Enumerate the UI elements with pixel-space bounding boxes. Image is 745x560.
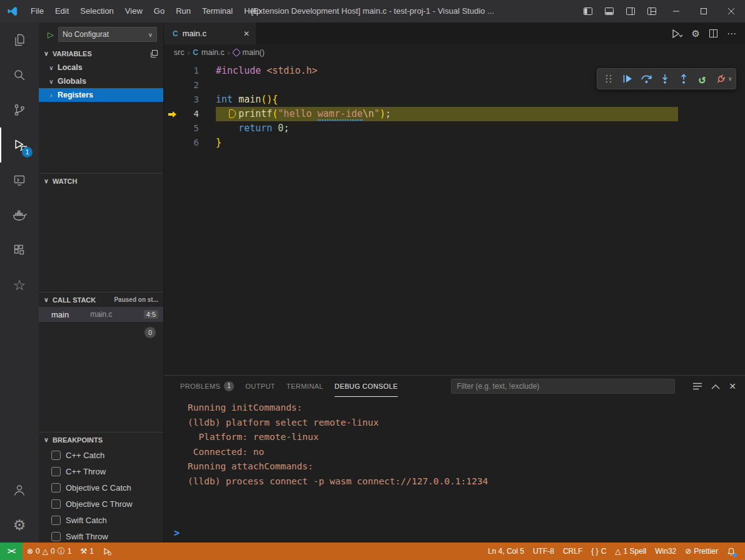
step-into-icon[interactable] bbox=[656, 70, 674, 88]
step-over-icon[interactable] bbox=[637, 70, 655, 88]
step-out-icon[interactable] bbox=[675, 70, 692, 88]
tools-status[interactable]: ⚒1 bbox=[76, 542, 98, 560]
session-count-badge: 0 bbox=[144, 327, 156, 338]
source-control-icon[interactable] bbox=[0, 92, 39, 128]
close-tab-icon[interactable]: ✕ bbox=[243, 29, 250, 38]
variables-row-locals[interactable]: ∨Locals bbox=[39, 61, 163, 74]
code-line[interactable]: 6} bbox=[164, 136, 745, 150]
tab-main-c[interactable]: C main.c ✕ bbox=[164, 22, 256, 44]
console-prompt-icon[interactable]: > bbox=[174, 528, 180, 539]
docker-icon[interactable] bbox=[0, 198, 39, 232]
menu-terminal[interactable]: Terminal bbox=[196, 0, 238, 22]
breakpoint-checkbox[interactable] bbox=[51, 451, 61, 460]
menu-edit[interactable]: Edit bbox=[49, 0, 74, 22]
breakpoint-checkbox[interactable] bbox=[51, 499, 61, 509]
collapse-all-icon[interactable] bbox=[150, 49, 158, 58]
run-or-debug-button[interactable] bbox=[672, 29, 683, 39]
toggle-secondary-sidebar-icon[interactable] bbox=[620, 0, 641, 22]
toggle-sidebar-icon[interactable] bbox=[577, 0, 599, 22]
breakpoint-row[interactable]: Swift Throw bbox=[39, 528, 163, 542]
maximize-panel-icon[interactable] bbox=[711, 384, 720, 389]
breakpoint-row[interactable]: Objective C Catch bbox=[39, 479, 163, 496]
variables-header[interactable]: ∨ VARIABLES bbox=[39, 46, 163, 61]
cursor-position[interactable]: Ln 4, Col 5 bbox=[484, 542, 529, 560]
code-line[interactable]: 5 return 0; bbox=[164, 121, 745, 136]
variables-row-globals[interactable]: ∨Globals bbox=[39, 74, 163, 88]
language-mode[interactable]: { }C bbox=[587, 542, 611, 560]
menu-selection[interactable]: Selection bbox=[74, 0, 119, 22]
minimize-button[interactable] bbox=[662, 0, 690, 22]
code-line[interactable]: 3int main(){ bbox=[164, 92, 745, 107]
remote-explorer-icon[interactable] bbox=[0, 162, 39, 198]
breakpoint-checkbox[interactable] bbox=[51, 467, 61, 476]
more-actions-icon[interactable]: ⋯ bbox=[727, 28, 736, 39]
toggle-panel-icon[interactable] bbox=[599, 0, 620, 22]
panel-tab-problems[interactable]: PROBLEMS1 bbox=[180, 376, 234, 397]
star-view-icon[interactable]: ☆ bbox=[0, 268, 39, 302]
glyph-margin bbox=[164, 136, 180, 150]
platform-indicator[interactable]: Win32 bbox=[651, 542, 681, 560]
console-filter-input[interactable] bbox=[451, 379, 675, 394]
breakpoint-checkbox[interactable] bbox=[51, 532, 61, 541]
stack-frame-row[interactable]: main main.c 4:5 bbox=[39, 307, 163, 322]
code-token: ( bbox=[272, 108, 278, 119]
menu-go[interactable]: Go bbox=[148, 0, 170, 22]
formatter-status[interactable]: ⊘Prettier bbox=[681, 542, 722, 560]
start-debug-icon[interactable]: ▷ bbox=[48, 30, 54, 39]
menu-view[interactable]: View bbox=[119, 0, 148, 22]
watch-header[interactable]: ∨ WATCH bbox=[39, 174, 163, 188]
gear-icon[interactable]: ⚙ bbox=[692, 28, 700, 39]
breadcrumb-symbol[interactable]: main() bbox=[243, 48, 265, 57]
remote-indicator[interactable]: >< bbox=[0, 542, 23, 560]
problems-status[interactable]: ⊗0 △0 ⓘ1 bbox=[23, 542, 76, 560]
menu-file[interactable]: File bbox=[25, 0, 49, 22]
debug-console-output[interactable]: Running initCommands:(lldb) platform sel… bbox=[164, 397, 745, 542]
chevron-down-icon: ∨ bbox=[48, 64, 55, 71]
close-button[interactable] bbox=[717, 0, 745, 22]
customize-layout-icon[interactable] bbox=[641, 0, 662, 22]
panel-tab-terminal[interactable]: TERMINAL bbox=[286, 376, 323, 397]
breakpoint-checkbox[interactable] bbox=[51, 516, 61, 525]
variables-row-registers[interactable]: ›Registers bbox=[39, 88, 163, 102]
breakpoint-checkbox[interactable] bbox=[51, 483, 61, 492]
encoding-indicator[interactable]: UTF-8 bbox=[529, 542, 559, 560]
console-line: Platform: remote-linux bbox=[188, 430, 745, 445]
search-icon[interactable] bbox=[0, 58, 39, 92]
continue-icon[interactable] bbox=[619, 70, 636, 88]
drag-handle-icon[interactable] bbox=[600, 70, 617, 88]
restart-icon[interactable]: ↺ bbox=[694, 70, 711, 88]
chevron-down-icon[interactable]: ∨ bbox=[729, 76, 732, 82]
breakpoint-row[interactable]: C++ Catch bbox=[39, 447, 163, 463]
settings-gear-icon[interactable]: ⚙ bbox=[0, 508, 39, 542]
code-editor[interactable]: ↺ ∨ 1#include <stdio.h>23int main(){4 pr… bbox=[164, 61, 745, 375]
breakpoints-title: BREAKPOINTS bbox=[53, 436, 103, 444]
breadcrumb-folder[interactable]: src bbox=[174, 48, 185, 57]
account-icon[interactable] bbox=[0, 472, 39, 508]
close-panel-icon[interactable]: ✕ bbox=[729, 381, 736, 391]
panel-tab-debug-console[interactable]: DEBUG CONSOLE bbox=[335, 376, 398, 397]
run-and-debug-icon[interactable]: 1 bbox=[0, 128, 39, 162]
spell-checker-status[interactable]: △1 Spell bbox=[611, 542, 651, 560]
debug-status-icon[interactable] bbox=[98, 542, 116, 560]
code-line[interactable]: 4 printf("hello wamr-ide\n"); bbox=[164, 107, 745, 121]
maximize-button[interactable] bbox=[690, 0, 717, 22]
breakpoint-row[interactable]: C++ Throw bbox=[39, 463, 163, 479]
panel-tab-output[interactable]: OUTPUT bbox=[245, 376, 275, 397]
disconnect-icon[interactable] bbox=[712, 70, 730, 88]
panel-tab-label: TERMINAL bbox=[286, 382, 323, 390]
frame-position-badge: 4:5 bbox=[144, 310, 158, 319]
eol-indicator[interactable]: CRLF bbox=[559, 542, 587, 560]
code-token: #include bbox=[216, 65, 261, 76]
breadcrumb-file[interactable]: main.c bbox=[201, 48, 225, 57]
explorer-icon[interactable] bbox=[0, 22, 39, 58]
extensions-icon[interactable] bbox=[0, 232, 39, 268]
menu-run[interactable]: Run bbox=[170, 0, 196, 22]
filter-lines-icon[interactable] bbox=[692, 382, 702, 391]
call-stack-header[interactable]: ∨ CALL STACK Paused on st... bbox=[39, 292, 163, 307]
debug-config-dropdown[interactable]: No Configurat ∨ bbox=[58, 27, 157, 42]
breakpoint-row[interactable]: Swift Catch bbox=[39, 512, 163, 528]
split-editor-icon[interactable] bbox=[709, 29, 718, 38]
notifications-bell[interactable] bbox=[722, 542, 740, 560]
breakpoint-row[interactable]: Objective C Throw bbox=[39, 496, 163, 512]
breakpoints-header[interactable]: ∨ BREAKPOINTS bbox=[39, 432, 163, 447]
